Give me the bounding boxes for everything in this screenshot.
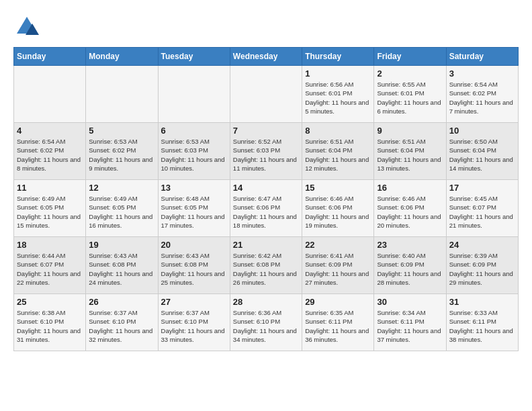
calendar-cell: 6Sunrise: 6:53 AM Sunset: 6:03 PM Daylig… <box>158 123 230 180</box>
day-number: 27 <box>161 297 227 307</box>
day-info: Sunrise: 6:48 AM Sunset: 6:05 PM Dayligh… <box>161 194 227 230</box>
day-number: 18 <box>17 240 83 250</box>
calendar-cell: 16Sunrise: 6:46 AM Sunset: 6:06 PM Dayli… <box>374 180 446 237</box>
calendar-cell: 17Sunrise: 6:45 AM Sunset: 6:07 PM Dayli… <box>446 180 518 237</box>
day-info: Sunrise: 6:55 AM Sunset: 6:01 PM Dayligh… <box>377 80 443 116</box>
calendar-cell: 15Sunrise: 6:46 AM Sunset: 6:06 PM Dayli… <box>302 180 374 237</box>
calendar-cell: 7Sunrise: 6:52 AM Sunset: 6:03 PM Daylig… <box>230 123 302 180</box>
day-info: Sunrise: 6:49 AM Sunset: 6:05 PM Dayligh… <box>89 194 154 230</box>
day-info: Sunrise: 6:40 AM Sunset: 6:09 PM Dayligh… <box>377 251 443 287</box>
day-info: Sunrise: 6:45 AM Sunset: 6:07 PM Dayligh… <box>449 194 515 230</box>
calendar-cell: 10Sunrise: 6:50 AM Sunset: 6:04 PM Dayli… <box>446 123 518 180</box>
calendar-cell <box>158 66 230 123</box>
day-info: Sunrise: 6:35 AM Sunset: 6:11 PM Dayligh… <box>305 308 371 344</box>
calendar-cell: 9Sunrise: 6:51 AM Sunset: 6:04 PM Daylig… <box>374 123 446 180</box>
day-info: Sunrise: 6:51 AM Sunset: 6:04 PM Dayligh… <box>305 137 371 173</box>
calendar-cell: 8Sunrise: 6:51 AM Sunset: 6:04 PM Daylig… <box>302 123 374 180</box>
day-info: Sunrise: 6:47 AM Sunset: 6:06 PM Dayligh… <box>233 194 299 230</box>
calendar-cell: 3Sunrise: 6:54 AM Sunset: 6:02 PM Daylig… <box>446 66 518 123</box>
calendar-table: SundayMondayTuesdayWednesdayThursdayFrid… <box>13 47 519 351</box>
day-number: 12 <box>89 183 154 193</box>
calendar-cell: 20Sunrise: 6:43 AM Sunset: 6:08 PM Dayli… <box>158 237 230 294</box>
calendar-cell: 27Sunrise: 6:37 AM Sunset: 6:10 PM Dayli… <box>158 294 230 351</box>
day-info: Sunrise: 6:36 AM Sunset: 6:10 PM Dayligh… <box>233 308 299 344</box>
day-info: Sunrise: 6:50 AM Sunset: 6:04 PM Dayligh… <box>449 137 515 173</box>
day-info: Sunrise: 6:43 AM Sunset: 6:08 PM Dayligh… <box>89 251 154 287</box>
logo <box>13 13 44 40</box>
day-info: Sunrise: 6:42 AM Sunset: 6:08 PM Dayligh… <box>233 251 299 287</box>
day-number: 1 <box>305 68 371 79</box>
day-info: Sunrise: 6:56 AM Sunset: 6:01 PM Dayligh… <box>305 80 371 116</box>
day-number: 23 <box>377 240 443 250</box>
calendar-cell: 19Sunrise: 6:43 AM Sunset: 6:08 PM Dayli… <box>86 237 158 294</box>
day-info: Sunrise: 6:34 AM Sunset: 6:11 PM Dayligh… <box>377 308 443 344</box>
day-number: 21 <box>233 240 299 250</box>
calendar-cell <box>86 66 158 123</box>
day-of-week-header: Saturday <box>446 48 518 66</box>
day-of-week-header: Sunday <box>14 48 86 66</box>
day-number: 25 <box>17 297 83 307</box>
page-header <box>13 13 519 40</box>
day-info: Sunrise: 6:54 AM Sunset: 6:02 PM Dayligh… <box>17 137 83 173</box>
day-of-week-header: Thursday <box>302 48 374 66</box>
day-info: Sunrise: 6:37 AM Sunset: 6:10 PM Dayligh… <box>89 308 154 344</box>
day-number: 14 <box>233 183 299 193</box>
day-number: 19 <box>89 240 154 250</box>
day-number: 7 <box>233 126 299 136</box>
day-number: 4 <box>17 126 83 136</box>
day-number: 22 <box>305 240 371 250</box>
day-of-week-header: Tuesday <box>158 48 230 66</box>
day-info: Sunrise: 6:43 AM Sunset: 6:08 PM Dayligh… <box>161 251 227 287</box>
day-number: 31 <box>449 297 515 307</box>
day-number: 20 <box>161 240 227 250</box>
day-number: 8 <box>305 126 371 136</box>
day-info: Sunrise: 6:51 AM Sunset: 6:04 PM Dayligh… <box>377 137 443 173</box>
calendar-cell <box>230 66 302 123</box>
day-number: 11 <box>17 183 83 193</box>
day-number: 15 <box>305 183 371 193</box>
day-info: Sunrise: 6:49 AM Sunset: 6:05 PM Dayligh… <box>17 194 83 230</box>
logo-icon <box>13 13 40 40</box>
calendar-week-row: 1Sunrise: 6:56 AM Sunset: 6:01 PM Daylig… <box>14 66 519 123</box>
day-number: 10 <box>449 126 515 136</box>
day-info: Sunrise: 6:37 AM Sunset: 6:10 PM Dayligh… <box>161 308 227 344</box>
calendar-cell: 5Sunrise: 6:53 AM Sunset: 6:02 PM Daylig… <box>86 123 158 180</box>
day-number: 17 <box>449 183 515 193</box>
day-info: Sunrise: 6:53 AM Sunset: 6:02 PM Dayligh… <box>89 137 154 173</box>
calendar-cell: 21Sunrise: 6:42 AM Sunset: 6:08 PM Dayli… <box>230 237 302 294</box>
calendar-cell: 26Sunrise: 6:37 AM Sunset: 6:10 PM Dayli… <box>86 294 158 351</box>
day-number: 16 <box>377 183 443 193</box>
calendar-cell: 4Sunrise: 6:54 AM Sunset: 6:02 PM Daylig… <box>14 123 86 180</box>
calendar-week-row: 25Sunrise: 6:38 AM Sunset: 6:10 PM Dayli… <box>14 294 519 351</box>
calendar-cell: 31Sunrise: 6:33 AM Sunset: 6:11 PM Dayli… <box>446 294 518 351</box>
calendar-cell: 12Sunrise: 6:49 AM Sunset: 6:05 PM Dayli… <box>86 180 158 237</box>
day-number: 2 <box>377 68 443 79</box>
calendar-cell: 18Sunrise: 6:44 AM Sunset: 6:07 PM Dayli… <box>14 237 86 294</box>
calendar-week-row: 18Sunrise: 6:44 AM Sunset: 6:07 PM Dayli… <box>14 237 519 294</box>
day-number: 24 <box>449 240 515 250</box>
day-number: 28 <box>233 297 299 307</box>
calendar-cell: 14Sunrise: 6:47 AM Sunset: 6:06 PM Dayli… <box>230 180 302 237</box>
calendar-cell: 24Sunrise: 6:39 AM Sunset: 6:09 PM Dayli… <box>446 237 518 294</box>
day-info: Sunrise: 6:46 AM Sunset: 6:06 PM Dayligh… <box>377 194 443 230</box>
calendar-cell: 23Sunrise: 6:40 AM Sunset: 6:09 PM Dayli… <box>374 237 446 294</box>
calendar-cell: 30Sunrise: 6:34 AM Sunset: 6:11 PM Dayli… <box>374 294 446 351</box>
calendar-cell: 13Sunrise: 6:48 AM Sunset: 6:05 PM Dayli… <box>158 180 230 237</box>
day-info: Sunrise: 6:52 AM Sunset: 6:03 PM Dayligh… <box>233 137 299 173</box>
day-info: Sunrise: 6:53 AM Sunset: 6:03 PM Dayligh… <box>161 137 227 173</box>
calendar-cell: 25Sunrise: 6:38 AM Sunset: 6:10 PM Dayli… <box>14 294 86 351</box>
day-info: Sunrise: 6:38 AM Sunset: 6:10 PM Dayligh… <box>17 308 83 344</box>
day-info: Sunrise: 6:54 AM Sunset: 6:02 PM Dayligh… <box>449 80 515 116</box>
day-number: 5 <box>89 126 154 136</box>
day-number: 13 <box>161 183 227 193</box>
calendar-cell: 28Sunrise: 6:36 AM Sunset: 6:10 PM Dayli… <box>230 294 302 351</box>
day-info: Sunrise: 6:46 AM Sunset: 6:06 PM Dayligh… <box>305 194 371 230</box>
calendar-header-row: SundayMondayTuesdayWednesdayThursdayFrid… <box>14 48 519 66</box>
calendar-cell: 29Sunrise: 6:35 AM Sunset: 6:11 PM Dayli… <box>302 294 374 351</box>
calendar-week-row: 4Sunrise: 6:54 AM Sunset: 6:02 PM Daylig… <box>14 123 519 180</box>
calendar-cell: 11Sunrise: 6:49 AM Sunset: 6:05 PM Dayli… <box>14 180 86 237</box>
day-info: Sunrise: 6:41 AM Sunset: 6:09 PM Dayligh… <box>305 251 371 287</box>
day-info: Sunrise: 6:44 AM Sunset: 6:07 PM Dayligh… <box>17 251 83 287</box>
day-number: 29 <box>305 297 371 307</box>
day-number: 30 <box>377 297 443 307</box>
